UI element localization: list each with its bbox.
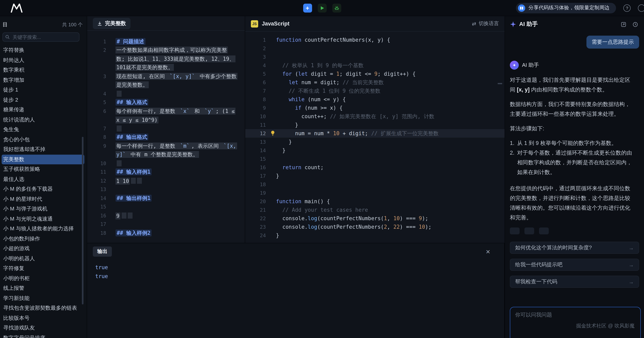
info-icon[interactable]: [638, 4, 644, 11]
sidebar-item[interactable]: 小 M 与光明之魂速通: [2, 214, 84, 224]
suggestion-button[interactable]: 帮我检查一下代码→: [510, 276, 639, 288]
markdown-text: ## 输出格式: [106, 134, 148, 141]
line-number: 17: [245, 173, 266, 179]
sidebar-item[interactable]: 比较版本号: [2, 313, 84, 323]
message-action-placeholder[interactable]: [524, 227, 534, 234]
markdown-row: 17: [87, 220, 245, 229]
markdown-row: 3现在想知道, 在区间 `[x, y]` 中有多少个整数: [87, 72, 245, 81]
code-text: // 不断生成 1 位到 9 位的完美整数: [266, 87, 380, 95]
run-button[interactable]: [318, 3, 326, 12]
sidebar-item[interactable]: 寻找游戏队友: [2, 323, 84, 333]
sidebar-item[interactable]: 小 M 的星球时代: [2, 194, 84, 204]
ai-paragraph: 在您提供的代码中，通过两层循环来生成不同位数的完美整数，并进行判断和计数，这个思…: [510, 184, 635, 223]
ai-header-icons: [620, 21, 638, 27]
sidebar-item[interactable]: 寻找包含斐波那契数最多的链表: [2, 303, 84, 313]
marscode-logo[interactable]: [10, 3, 23, 12]
plus-icon: +: [306, 5, 309, 11]
code-line: 3: [245, 53, 504, 61]
editor-header: JS JavaScript ⇄ 切换语言: [245, 16, 504, 31]
problem-description[interactable]: 1# 问题描述2一个整数如果由相同数字构成，可以称为完美整数; 比如说1、11、…: [87, 31, 245, 237]
markdown-text: [106, 91, 122, 97]
markdown-row: 121 10: [87, 176, 245, 185]
sidebar-item[interactable]: 字符替换: [2, 45, 84, 55]
share-conversation-icon[interactable]: [620, 21, 626, 27]
sidebar-item[interactable]: 徒步 1: [2, 85, 84, 95]
close-icon[interactable]: ✕: [486, 248, 490, 255]
chat-input-box[interactable]: 掘金技术社区 @ 吹风影魔: [510, 307, 641, 338]
line-number: 2: [87, 48, 106, 53]
sidebar-item[interactable]: 小 M 与狼人拯救者的能力选择: [2, 224, 84, 234]
markdown-row: 9每一个样例一行, 是整数 `m`, 表示区间 `[x,: [87, 142, 245, 150]
sidebar-item[interactable]: 小明的书柜: [2, 273, 84, 283]
line-number: 13: [87, 187, 106, 192]
search-box[interactable]: [2, 32, 80, 42]
user-message[interactable]: 需要一点思路提示: [586, 36, 639, 49]
suggestion-button[interactable]: 给我一些代码提示吧→: [510, 259, 639, 271]
switch-language-button[interactable]: ⇄ 切换语言: [472, 20, 499, 27]
language-label: JavaScript: [262, 21, 290, 27]
sidebar-item[interactable]: 时尚达人: [2, 55, 84, 65]
line-number: 8: [87, 135, 106, 140]
sidebar-item[interactable]: 线上报警: [2, 283, 84, 293]
line-number: 14: [245, 147, 266, 154]
sidebar-item[interactable]: 小明的机器人: [2, 254, 84, 264]
sidebar-item[interactable]: 徒步 2: [2, 95, 84, 105]
markdown-text: 1 10: [106, 178, 142, 184]
sidebar-item[interactable]: 数字字母问号排序: [2, 333, 84, 338]
markdown-text: 是完美整数。: [106, 82, 149, 89]
markdown-row: 5## 输入格式: [87, 98, 245, 107]
markdown-row: 10: [87, 159, 245, 168]
sidebar-item[interactable]: 我好想逃却逃不掉: [2, 145, 84, 155]
sidebar-item[interactable]: 统计说谎的人: [2, 115, 84, 125]
markdown-row: y]` 中有 m 个整数是完美整数。: [87, 150, 245, 159]
sidebar-item[interactable]: 五子棋获胜策略: [2, 164, 84, 174]
problem-title-button[interactable]: 完美整数: [93, 18, 130, 29]
debug-button[interactable]: [332, 3, 341, 12]
code-line: 13 }: [245, 138, 504, 146]
sidebar-item[interactable]: 糖果传递: [2, 105, 84, 115]
markdown-row: 1# 问题描述: [87, 37, 245, 46]
code-text: }: [266, 139, 292, 145]
sidebar-item[interactable]: 字符修复: [2, 264, 84, 273]
problem-panel-header: 完美整数: [87, 16, 245, 31]
suggestion-label: 如何优化这个算法的时间复杂度?: [515, 244, 592, 251]
markdown-text: [106, 126, 122, 132]
suggestion-button[interactable]: 如何优化这个算法的时间复杂度?→: [510, 242, 639, 254]
add-button[interactable]: +: [303, 3, 312, 12]
message-action-placeholder[interactable]: [539, 227, 549, 234]
sidebar-item[interactable]: 小 M 与弹子游戏机: [2, 204, 84, 214]
sidebar-item[interactable]: 完美整数: [2, 155, 84, 164]
markdown-text: 现在想知道, 在区间 `[x, y]` 中有多少个整数: [106, 73, 238, 80]
markdown-row: 101就不是完美的整数。: [87, 63, 245, 72]
message-action-placeholder[interactable]: [510, 227, 520, 234]
sidebar-scrollbar[interactable]: [82, 137, 84, 304]
ai-panel: AI 助手 需要一点思路提示 ✦: [504, 16, 644, 338]
output-tab[interactable]: 输出: [93, 247, 112, 257]
markdown-row: 4: [87, 89, 245, 98]
sidebar-item[interactable]: 学习新技能: [2, 293, 84, 303]
sidebar-item[interactable]: 小包的数列操作: [2, 234, 84, 244]
line-number: 7: [245, 88, 266, 94]
sidebar-item[interactable]: 兔生兔: [2, 125, 84, 135]
markdown-text: 每个样例有一行, 是整数 `x` 和 `y`; (1 ≤: [106, 108, 236, 115]
promo-banner[interactable]: 分享代码练习体验，领限量定制周边: [516, 3, 616, 13]
line-number: 3: [87, 74, 106, 79]
sidebar-item[interactable]: 小 M 的多任务下载器: [2, 184, 84, 194]
history-icon[interactable]: [632, 21, 638, 27]
sidebar-item[interactable]: 数字增加: [2, 75, 84, 85]
code-line: 19: [245, 189, 504, 197]
line-number: 23: [245, 224, 266, 230]
suggestion-label: 帮我检查一下代码: [515, 278, 557, 285]
user-message-row: 需要一点思路提示: [510, 36, 639, 49]
ai-assistant-name: AI 助手: [522, 61, 539, 69]
sidebar-item[interactable]: 最佳人选: [2, 174, 84, 184]
sidebar-item[interactable]: 数字乘积: [2, 65, 84, 75]
lightbulb-icon[interactable]: [270, 130, 275, 138]
sidebar-item[interactable]: 小超的游戏: [2, 244, 84, 254]
code-editor[interactable]: 1function countPerfectNumbers(x, y) {234…: [245, 31, 504, 240]
sidebar-item[interactable]: 贪心的小包: [2, 135, 84, 145]
app-root: + 分享代码练习体验，领限量定制周边 ?: [0, 0, 644, 338]
help-icon[interactable]: ?: [623, 4, 631, 11]
line-number: 3: [245, 54, 266, 60]
search-input[interactable]: [12, 34, 76, 40]
